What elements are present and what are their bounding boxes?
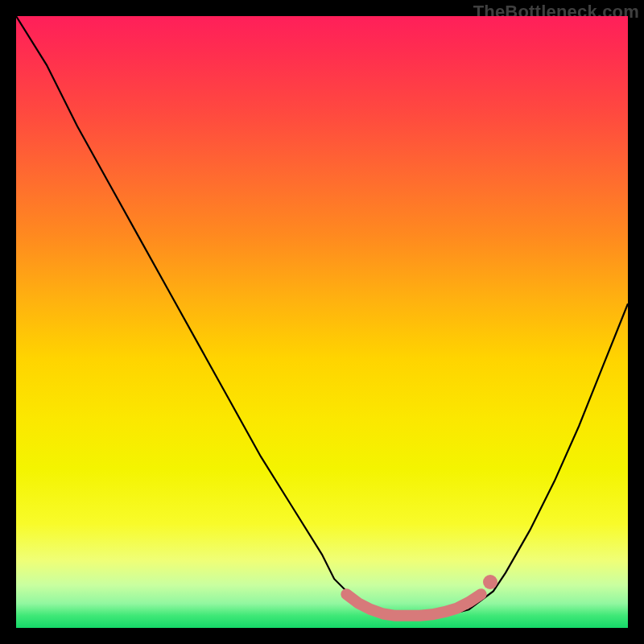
highlight-band <box>346 594 481 616</box>
curve-layer <box>16 16 628 628</box>
bottleneck-curve <box>16 16 628 616</box>
highlight-marker <box>483 575 497 589</box>
chart-frame: TheBottleneck.com <box>0 0 644 644</box>
plot-area <box>16 16 628 628</box>
